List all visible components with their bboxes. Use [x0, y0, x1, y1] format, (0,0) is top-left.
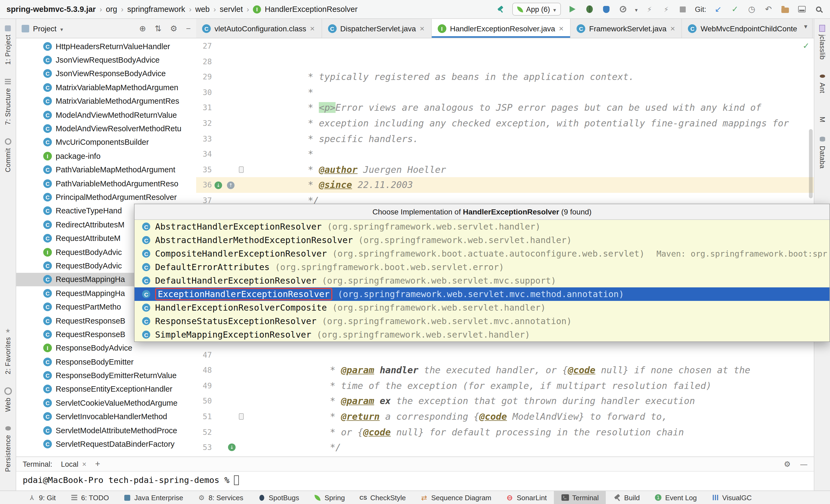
- terminal-settings-icon[interactable]: [784, 460, 791, 468]
- terminal-minimize-icon[interactable]: [800, 460, 807, 468]
- implementation-option[interactable]: C ExceptionHandlerExceptionResolver (org…: [134, 288, 829, 301]
- tree-item[interactable]: C MvcUriComponentsBuilder: [16, 135, 196, 149]
- implementation-option[interactable]: C HandlerExceptionResolverComposite (org…: [134, 301, 829, 314]
- statusbar-item[interactable]: Java Enterprise: [116, 491, 190, 504]
- git-history-button[interactable]: [747, 4, 757, 14]
- run-configuration-select[interactable]: App (6): [512, 3, 561, 16]
- code-line[interactable]: 53 ModelAndView resolveException(: [196, 440, 814, 455]
- coverage-button[interactable]: [603, 6, 610, 13]
- breadcrumb-item[interactable]: org: [106, 5, 117, 13]
- implementation-option[interactable]: C AbstractHandlerMethodExceptionResolver…: [134, 233, 829, 247]
- hide-panel-icon[interactable]: [186, 24, 191, 33]
- tree-item[interactable]: C JsonViewRequestBodyAdvice: [16, 53, 196, 67]
- statusbar-item[interactable]: SpotBugs: [251, 491, 307, 504]
- breadcrumb-item[interactable]: spring-webmvc-5.3.9.jar: [6, 5, 96, 13]
- toolwindow-stripe-button[interactable]: 2: Favorites: [4, 327, 11, 374]
- tree-item[interactable]: C MatrixVariableMethodArgumentRes: [16, 94, 196, 108]
- implementation-option[interactable]: C ResponseStatusExceptionResolver (org.s…: [134, 314, 829, 328]
- statusbar-item[interactable]: 6: TODO: [63, 491, 116, 504]
- terminal-tab-close-icon[interactable]: [82, 460, 87, 468]
- editor-scrollbar[interactable]: [809, 129, 813, 198]
- statusbar-item[interactable]: Event Log: [647, 491, 704, 504]
- tree-item[interactable]: C ServletRequestDataBinderFactory: [16, 437, 196, 451]
- toolwindow-stripe-button[interactable]: Persistence: [4, 425, 11, 472]
- tree-item[interactable]: C ServletModelAttributeMethodProce: [16, 424, 196, 437]
- statusbar-item[interactable]: CheckStyle: [352, 491, 413, 504]
- tree-item[interactable]: I ResponseBodyAdvice: [16, 341, 196, 355]
- statusbar-item[interactable]: Sequence Diagram: [413, 491, 499, 504]
- chevron-down-icon[interactable]: [60, 24, 63, 33]
- statusbar-item[interactable]: Terminal: [554, 491, 606, 504]
- code-line[interactable]: 29 * <p>Error views are analogous to JSP…: [196, 69, 814, 85]
- statusbar-item[interactable]: Spring: [306, 491, 352, 504]
- git-update-button[interactable]: [713, 4, 723, 14]
- toolwindow-stripe-button[interactable]: M: [819, 106, 826, 122]
- tree-item[interactable]: C MatrixVariableMapMethodArgumen: [16, 80, 196, 94]
- breadcrumb-leaf[interactable]: HandlerExceptionResolver: [265, 5, 357, 13]
- editor-tab[interactable]: C WebMvcEndpointChildConte: [682, 19, 813, 38]
- statusbar-item[interactable]: Build: [606, 491, 647, 504]
- tree-item[interactable]: C ServletCookieValueMethodArgume: [16, 396, 196, 410]
- hidden-tabs-chevron-icon[interactable]: [799, 22, 813, 30]
- code-line[interactable]: 32 *: [196, 115, 814, 131]
- terminal-console[interactable]: pdai@MacBook-Pro tech-pdai-spring-demos …: [16, 472, 814, 489]
- project-structure-icon[interactable]: [781, 7, 789, 13]
- code-line[interactable]: 50 * or {@code null} for default process…: [196, 394, 814, 409]
- tree-item[interactable]: C ModelAndViewMethodReturnValue: [16, 108, 196, 122]
- hide-windows-icon[interactable]: [798, 6, 806, 12]
- overrides-marker-icon[interactable]: [227, 181, 234, 189]
- tab-close-icon[interactable]: [310, 24, 315, 33]
- tree-item[interactable]: C ResponseEntityExceptionHandler: [16, 382, 196, 396]
- tree-item[interactable]: C PrincipalMethodArgumentResolver: [16, 191, 196, 204]
- stop-button[interactable]: [680, 6, 686, 12]
- implemented-marker-icon[interactable]: [215, 181, 222, 189]
- tab-close-icon[interactable]: [670, 24, 676, 33]
- fold-marker-icon[interactable]: [239, 413, 244, 420]
- toolwindow-stripe-button[interactable]: Web: [4, 387, 11, 412]
- tree-item[interactable]: C HttpHeadersReturnValueHandler: [16, 39, 196, 53]
- implementation-option[interactable]: C AbstractHandlerExceptionResolver (org.…: [134, 220, 829, 233]
- terminal-tab[interactable]: Local: [61, 460, 87, 468]
- tree-item[interactable]: C ResponseBodyEmitter: [16, 355, 196, 369]
- tree-item[interactable]: C PathVariableMapMethodArgument: [16, 163, 196, 177]
- code-line[interactable]: 30 * exception including any checked exc…: [196, 85, 814, 100]
- editor-tab[interactable]: C FrameworkServlet.java: [571, 19, 682, 38]
- implementation-option[interactable]: C DefaultErrorAttributes (org.springfram…: [134, 260, 829, 274]
- code-line[interactable]: 48 * @param ex the exception that got th…: [196, 363, 814, 378]
- build-project-icon[interactable]: [495, 4, 505, 14]
- implementation-option[interactable]: C CompositeHandlerExceptionResolver (org…: [134, 247, 829, 260]
- breadcrumb-item[interactable]: springframework: [127, 5, 185, 13]
- code-line[interactable]: 35 */: [196, 162, 814, 177]
- statusbar-item[interactable]: 8: Services: [190, 491, 251, 504]
- implemented-marker-icon[interactable]: [228, 444, 235, 451]
- git-commit-button[interactable]: [730, 4, 740, 14]
- statusbar-item[interactable]: VisualGC: [704, 491, 759, 504]
- breadcrumb-item[interactable]: web: [195, 5, 210, 13]
- fold-marker-icon[interactable]: [239, 166, 244, 173]
- lightning-edit-icon[interactable]: [662, 4, 671, 14]
- project-panel-title[interactable]: Project: [33, 24, 57, 33]
- git-rollback-button[interactable]: [764, 4, 773, 14]
- code-line[interactable]: 51 */: [196, 409, 814, 424]
- code-line[interactable]: 33 * @author Juergen Hoeller: [196, 131, 814, 146]
- lightning-icon[interactable]: [645, 4, 655, 14]
- toolwindow-stripe-button[interactable]: Ant: [819, 73, 826, 94]
- tab-close-icon[interactable]: [420, 24, 425, 33]
- implementation-option[interactable]: C SimpleMappingExceptionResolver (org.sp…: [134, 328, 829, 341]
- code-line[interactable]: 28 *: [196, 54, 814, 69]
- gear-icon[interactable]: [170, 24, 178, 33]
- tree-item[interactable]: C JsonViewResponseBodyAdvice: [16, 67, 196, 81]
- locate-file-icon[interactable]: [139, 24, 146, 33]
- editor-tab[interactable]: I HandlerExceptionResolver.java: [432, 19, 571, 38]
- expand-collapse-icon[interactable]: [155, 24, 161, 33]
- inspections-ok-icon[interactable]: [803, 40, 809, 51]
- breadcrumb-item[interactable]: servlet: [220, 5, 243, 13]
- new-terminal-icon[interactable]: [95, 459, 100, 469]
- tree-item[interactable]: C ModelAndViewResolverMethodRetu: [16, 122, 196, 136]
- editor-tab[interactable]: C vletAutoConfiguration.class: [196, 19, 322, 38]
- code-line[interactable]: 27 * typically registered as beans in th…: [196, 38, 814, 54]
- code-line[interactable]: 52 @Nullable: [196, 424, 814, 440]
- tree-item[interactable]: C ServletInvocableHandlerMethod: [16, 410, 196, 424]
- code-line[interactable]: 31 * specific handlers.: [196, 100, 814, 115]
- tree-item[interactable]: I package-info: [16, 149, 196, 163]
